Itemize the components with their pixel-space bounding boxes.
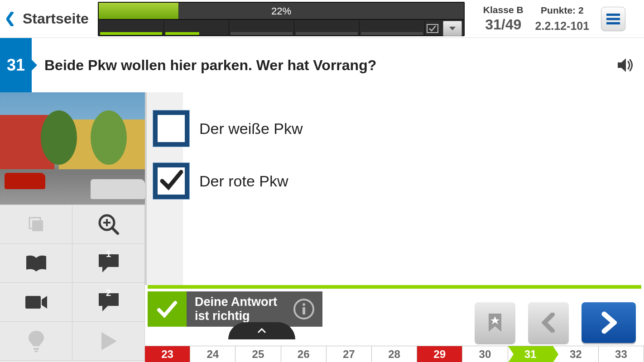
check-icon — [156, 298, 178, 320]
video-button[interactable] — [0, 283, 72, 322]
progress-bar: 22% — [98, 2, 465, 36]
layers-button[interactable] — [0, 205, 72, 244]
question-number: 31 — [0, 38, 32, 92]
qnav-item[interactable]: 30 — [462, 346, 508, 362]
lightbulb-icon — [28, 330, 45, 352]
answer-row: Der rote Pkw — [145, 155, 637, 207]
answer-label: Der weiße Pkw — [199, 120, 303, 138]
question-nav: 2324252627282930313233 — [145, 346, 644, 362]
chevron-up-icon — [257, 328, 266, 333]
question-image-thumbnail[interactable] — [0, 92, 145, 205]
svg-rect-2 — [606, 18, 620, 20]
svg-rect-4 — [32, 220, 43, 231]
video-icon — [24, 294, 48, 310]
svg-point-11 — [303, 303, 305, 306]
svg-rect-3 — [606, 22, 620, 24]
progress-percent: 22% — [99, 5, 464, 17]
comment-1-button[interactable]: 1 — [72, 244, 145, 283]
points-info: Punkte: 2 2.2.12-101 — [535, 5, 590, 33]
progress-dropdown[interactable] — [443, 21, 462, 36]
svg-rect-1 — [606, 14, 620, 16]
progress-segments — [99, 21, 425, 36]
feedback-info-button[interactable] — [293, 299, 314, 319]
bookmark-star-icon — [487, 313, 503, 333]
qnav-item[interactable]: 24 — [190, 346, 235, 362]
prev-button[interactable] — [528, 302, 569, 343]
qnav-item[interactable]: 23 — [145, 346, 190, 362]
home-label: Startseite — [23, 10, 89, 27]
qnav-item[interactable]: 26 — [281, 346, 327, 362]
qnav-item[interactable]: 27 — [327, 346, 372, 362]
menu-button[interactable] — [601, 7, 625, 31]
svg-rect-0 — [427, 24, 438, 33]
hint-button[interactable] — [0, 322, 72, 361]
feedback-bar — [148, 285, 641, 289]
svg-rect-10 — [25, 296, 41, 309]
play-button[interactable] — [72, 322, 145, 361]
feedback-text: Deine Antwort ist richtig — [195, 295, 285, 323]
feedback-correct-badge — [148, 291, 187, 327]
answer-label: Der rote Pkw — [199, 172, 288, 190]
qnav-item[interactable]: 33 — [599, 346, 644, 362]
correct-checkbox — [153, 110, 189, 147]
home-button[interactable]: Startseite — [0, 0, 98, 38]
layers-icon — [26, 214, 47, 235]
qnav-item[interactable]: 28 — [372, 346, 417, 362]
book-icon — [24, 254, 48, 272]
qnav-item[interactable]: 25 — [235, 346, 281, 362]
chevron-left-icon — [6, 12, 15, 26]
zoom-button[interactable] — [72, 205, 145, 244]
answer-row: Der weiße Pkw — [145, 102, 637, 155]
correct-checkbox — [153, 163, 189, 199]
chevron-right-icon — [601, 311, 617, 334]
speaker-icon — [617, 57, 635, 73]
next-button[interactable] — [582, 302, 636, 343]
svg-rect-12 — [303, 307, 305, 314]
speaker-button[interactable] — [608, 38, 644, 92]
qnav-item[interactable]: 31 — [508, 346, 553, 362]
book-button[interactable] — [0, 244, 72, 283]
hamburger-icon — [606, 14, 620, 24]
qnav-item[interactable]: 29 — [417, 346, 462, 362]
class-info: Klasse B 31/49 — [483, 5, 524, 33]
progress-check-icon — [423, 21, 442, 36]
chevron-left-icon — [542, 313, 555, 333]
svg-line-9 — [112, 228, 118, 233]
bookmark-button[interactable] — [475, 302, 515, 343]
expand-feedback-button[interactable] — [228, 322, 295, 339]
zoom-in-icon — [97, 213, 120, 236]
question-text: Beide Pkw wollen hier parken. Wer hat Vo… — [32, 38, 608, 92]
comment-2-button[interactable]: 2 — [72, 283, 145, 322]
qnav-item[interactable]: 32 — [553, 346, 599, 362]
info-icon — [300, 303, 308, 315]
play-icon — [100, 331, 118, 351]
